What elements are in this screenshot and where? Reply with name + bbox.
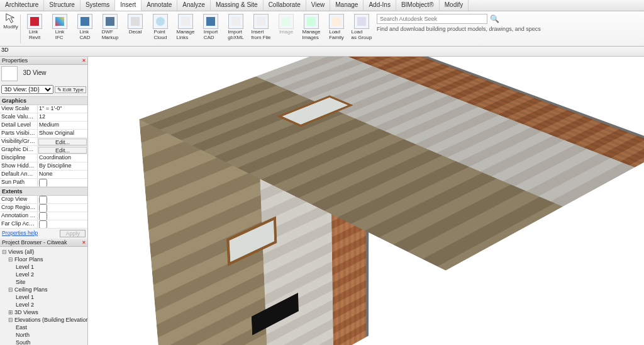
apply-button[interactable]: Apply: [60, 230, 86, 237]
cad-icon: [77, 14, 92, 29]
ribbon-import-gbxml[interactable]: ImportgbXML: [223, 13, 248, 45]
prop-key: Parts Visibility: [0, 130, 38, 137]
options-bar: 3D: [0, 47, 644, 57]
properties-help-link[interactable]: Properties help: [2, 230, 38, 237]
image-icon: [279, 14, 294, 29]
project-browser-tree: ⊟Views (all)⊟Floor PlansLevel 1Level 2Si…: [0, 247, 87, 345]
prop-value[interactable]: None: [38, 171, 87, 178]
options-bar-label: 3D: [1, 47, 9, 53]
menu-tab-massing-site[interactable]: Massing & Site: [211, 0, 264, 11]
ribbon-decal[interactable]: Decal: [123, 13, 148, 45]
menu-tab-add-ins[interactable]: Add-Ins: [364, 0, 396, 11]
ribbon-load-family[interactable]: LoadFamily: [324, 13, 349, 45]
tree-toggle-icon[interactable]: ⊟: [8, 256, 13, 263]
prop-row: Sun Path: [0, 179, 87, 187]
prop-key: Detail Level: [0, 122, 38, 129]
tree-toggle-icon[interactable]: ⊞: [8, 309, 13, 315]
prop-row: Default Analys...None: [0, 171, 87, 179]
search-icon[interactable]: 🔍: [490, 14, 499, 23]
tree-node[interactable]: ⊟Floor Plans: [2, 256, 86, 263]
menu-tab-analyze[interactable]: Analyze: [177, 0, 211, 11]
ribbon-import-cad[interactable]: ImportCAD: [198, 13, 223, 45]
image-icon: [304, 14, 319, 29]
properties-panel-title: Properties ×: [0, 57, 87, 65]
tree-node[interactable]: Level 2: [2, 301, 86, 308]
edit-button[interactable]: Edit...: [38, 147, 87, 154]
tree-node[interactable]: Site: [2, 278, 86, 286]
tree-node[interactable]: South: [2, 339, 86, 345]
prop-checkbox[interactable]: [39, 179, 47, 186]
tree-node[interactable]: ⊞3D Views: [2, 308, 86, 316]
prop-section: Graphics: [0, 96, 87, 105]
prop-checkbox[interactable]: [39, 212, 47, 220]
prop-checkbox[interactable]: [39, 204, 47, 212]
edit-button[interactable]: Edit...: [38, 139, 87, 145]
menu-tab-insert[interactable]: Insert: [115, 0, 142, 11]
view-type-label: 3D View: [23, 69, 47, 76]
tree-node[interactable]: North: [2, 331, 86, 339]
group-icon: [354, 14, 369, 29]
tree-node[interactable]: ⊟Elevations (Building Elevation): [2, 316, 86, 324]
edit-type-button[interactable]: ✎ Edit Type: [55, 86, 86, 93]
prop-checkbox[interactable]: [39, 220, 47, 228]
project-browser-title: Project Browser - Citweak ×: [0, 239, 87, 247]
modify-label: Modify: [3, 24, 18, 30]
tree-toggle-icon[interactable]: ⊟: [8, 286, 13, 293]
ribbon-dwf-markup[interactable]: DWFMarkup: [97, 13, 123, 45]
prop-value[interactable]: 12: [38, 113, 87, 121]
prop-row: Parts VisibilityShow Original: [0, 130, 87, 138]
family-icon: [329, 14, 344, 29]
ribbon-point-cloud[interactable]: PointCloud: [148, 13, 173, 45]
menu-tab-annotate[interactable]: Annotate: [142, 0, 177, 11]
tree-node[interactable]: Level 1: [2, 293, 86, 301]
menu-bar: ArchitectureStructureSystemsInsertAnnota…: [0, 0, 644, 11]
prop-key: Crop Region V...: [0, 204, 38, 212]
prop-value[interactable]: Show Original: [38, 130, 87, 137]
seek-search: 🔍 Find and download building product mod…: [374, 13, 641, 33]
menu-tab-structure[interactable]: Structure: [44, 0, 80, 11]
ribbon-link-ifc[interactable]: LinkIFC: [47, 13, 72, 45]
menu-tab-collaborate[interactable]: Collaborate: [264, 0, 306, 11]
tree-toggle-icon[interactable]: ⊟: [2, 249, 7, 255]
search-input[interactable]: [377, 14, 487, 24]
view-canvas[interactable]: [88, 57, 644, 345]
view-type-icon: [1, 66, 18, 81]
prop-checkbox[interactable]: [39, 196, 47, 203]
ribbon-manage-links[interactable]: ManageLinks: [173, 13, 198, 45]
prop-value[interactable]: 1" = 1'-0": [38, 105, 87, 113]
prop-row: Far Clip Active: [0, 220, 87, 229]
tree-toggle-icon[interactable]: ⊟: [8, 317, 13, 323]
search-description: Find and download building product model…: [377, 26, 639, 32]
ribbon-insert-from-file[interactable]: Insertfrom File: [248, 13, 274, 45]
ribbon-image: Image: [274, 13, 299, 45]
prop-key: Scale Value 1:: [0, 113, 38, 121]
ribbon-link-cad[interactable]: LinkCAD: [72, 13, 97, 45]
links-icon: [178, 14, 193, 29]
close-icon[interactable]: ×: [82, 239, 86, 246]
menu-tab-modify[interactable]: Modify: [440, 0, 469, 11]
view-selector[interactable]: 3D View: {3D}: [1, 85, 53, 94]
menu-tab-bimobject-[interactable]: BIMobject®: [396, 0, 440, 11]
ribbon-load-as-group[interactable]: Loadas Group: [349, 13, 374, 45]
menu-tab-architecture[interactable]: Architecture: [0, 0, 44, 11]
prop-value[interactable]: Medium: [38, 122, 87, 129]
prop-value[interactable]: By Discipline: [38, 162, 87, 170]
ribbon-manage-images[interactable]: ManageImages: [299, 13, 324, 45]
menu-tab-systems[interactable]: Systems: [80, 0, 115, 11]
tree-node[interactable]: East: [2, 324, 86, 331]
tree-node[interactable]: ⊟Ceiling Plans: [2, 286, 86, 293]
prop-key: Annotation Cr...: [0, 212, 38, 220]
menu-tab-view[interactable]: View: [306, 0, 331, 11]
dwf-icon: [103, 14, 118, 29]
ribbon-link-revit[interactable]: LinkRevit: [22, 13, 47, 45]
tree-node[interactable]: ⊟Views (all): [2, 248, 86, 256]
modify-tool[interactable]: Modify: [3, 13, 19, 30]
sidebar: Properties × 3D View 3D View: {3D} ✎ Edi…: [0, 57, 88, 345]
prop-row: Scale Value 1:12: [0, 113, 87, 122]
tree-node[interactable]: Level 1: [2, 263, 86, 271]
close-icon[interactable]: ×: [82, 57, 86, 64]
tree-node[interactable]: Level 2: [2, 271, 86, 278]
menu-tab-manage[interactable]: Manage: [330, 0, 364, 11]
prop-row: Visibility/Grap...Edit...: [0, 138, 87, 146]
prop-value[interactable]: Coordination: [38, 154, 87, 162]
